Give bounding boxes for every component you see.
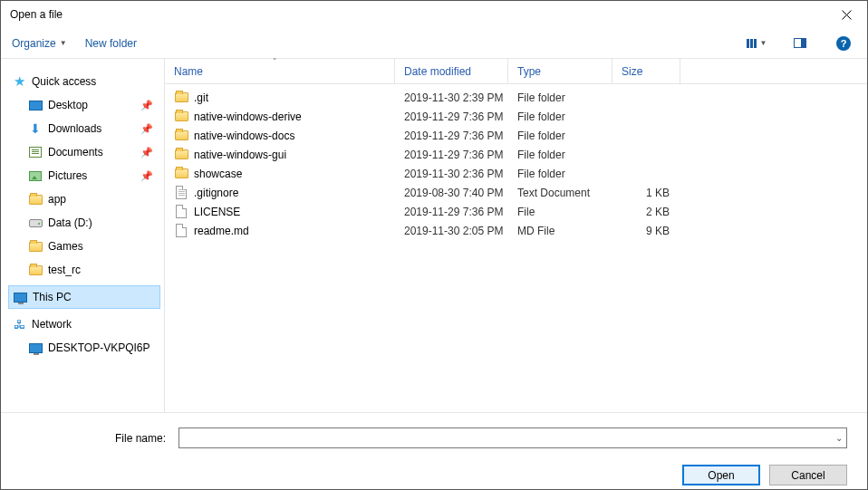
- sidebar-label: Quick access: [32, 75, 96, 88]
- preview-pane-icon: [794, 38, 806, 48]
- pictures-icon: [28, 168, 43, 183]
- file-type: File folder: [508, 130, 612, 142]
- sidebar-item-label: Games: [48, 240, 83, 253]
- folder-icon: [174, 129, 188, 143]
- column-headers: Name Date modified Type Size: [165, 59, 867, 84]
- window-title: Open a file: [10, 8, 826, 21]
- new-folder-label: New folder: [85, 37, 137, 50]
- sidebar-item[interactable]: Data (D:): [8, 211, 160, 235]
- file-row[interactable]: native-windows-gui 2019-11-29 7:36 PM Fi…: [165, 145, 867, 164]
- file-date: 2019-08-30 7:40 PM: [395, 187, 508, 199]
- file-name-cell: native-windows-gui: [165, 148, 395, 162]
- sidebar-item-label: DESKTOP-VKPQI6P: [48, 341, 149, 354]
- sidebar-this-pc[interactable]: This PC: [8, 285, 160, 309]
- folder-icon: [174, 91, 188, 105]
- file-type: File folder: [508, 91, 612, 104]
- file-type: File folder: [508, 168, 612, 180]
- file-name: .gitignore: [194, 187, 238, 199]
- pin-icon: 📌: [140, 147, 153, 159]
- new-folder-button[interactable]: New folder: [85, 37, 137, 50]
- sidebar-item-label: Desktop: [48, 99, 88, 111]
- file-name: native-windows-docs: [194, 130, 294, 142]
- open-button[interactable]: Open: [682, 465, 760, 485]
- sidebar-item[interactable]: Documents 📌: [8, 140, 160, 164]
- sidebar-item[interactable]: Games: [8, 235, 160, 258]
- file-row[interactable]: readme.md 2019-11-30 2:05 PM MD File 9 K…: [165, 221, 867, 240]
- folder-icon: [28, 263, 43, 277]
- file-size: 9 KB: [612, 225, 680, 237]
- navigation-sidebar: ★ Quick access Desktop 📌 ⬇ Downloads 📌 D…: [1, 59, 164, 412]
- help-icon: ?: [836, 36, 851, 51]
- sidebar-network[interactable]: 🖧 Network: [8, 312, 160, 336]
- sidebar-item-label: Downloads: [48, 122, 101, 135]
- file-name-cell: .git: [165, 91, 395, 105]
- file-type: File: [508, 206, 612, 218]
- column-size[interactable]: Size: [612, 59, 680, 83]
- column-name[interactable]: Name: [165, 59, 395, 83]
- file-date: 2019-11-29 7:36 PM: [395, 110, 508, 123]
- star-icon: ★: [12, 74, 26, 89]
- folder-icon: [28, 192, 43, 207]
- sidebar-item[interactable]: app: [8, 187, 160, 211]
- file-date: 2019-11-29 7:36 PM: [395, 130, 508, 142]
- organize-button[interactable]: Organize ▼: [12, 37, 67, 50]
- close-icon: [842, 10, 852, 20]
- sidebar-item-label: Documents: [48, 146, 103, 159]
- column-date[interactable]: Date modified: [395, 59, 508, 83]
- chevron-down-icon: ⌄: [835, 433, 843, 443]
- sidebar-item[interactable]: DESKTOP-VKPQI6P: [8, 336, 160, 360]
- title-bar: Open a file: [1, 1, 867, 28]
- sidebar-label: This PC: [33, 291, 72, 303]
- file-name-cell: readme.md: [165, 224, 395, 238]
- dialog-buttons: Open Cancel: [14, 465, 854, 485]
- folder-icon: [174, 167, 188, 181]
- sidebar-quick-access[interactable]: ★ Quick access: [8, 70, 160, 93]
- view-options-button[interactable]: ▼: [744, 33, 769, 54]
- file-name-cell: showcase: [165, 167, 395, 181]
- pin-icon: 📌: [140, 100, 153, 111]
- file-type: File folder: [508, 149, 612, 161]
- sidebar-item-label: test_rc: [48, 264, 81, 276]
- pc-icon: [13, 290, 27, 304]
- sidebar-item[interactable]: ⬇ Downloads 📌: [8, 117, 160, 140]
- sidebar-item[interactable]: Desktop 📌: [8, 93, 160, 117]
- filename-input[interactable]: ⌄: [178, 428, 847, 448]
- file-name-cell: native-windows-derive: [165, 110, 395, 124]
- file-row[interactable]: native-windows-docs 2019-11-29 7:36 PM F…: [165, 126, 867, 145]
- file-row[interactable]: showcase 2019-11-30 2:36 PM File folder: [165, 164, 867, 183]
- sidebar-label: Network: [32, 318, 72, 331]
- file-date: 2019-11-29 7:36 PM: [395, 206, 508, 218]
- file-list: Name Date modified Type Size ˄ .git 2019…: [164, 59, 867, 412]
- close-button[interactable]: [826, 1, 867, 28]
- preview-pane-button[interactable]: [787, 33, 813, 54]
- file-name: native-windows-gui: [194, 149, 286, 161]
- text-file-icon: [174, 186, 188, 200]
- file-date: 2019-11-29 7:36 PM: [395, 149, 508, 161]
- file-name: readme.md: [194, 225, 249, 237]
- cancel-button[interactable]: Cancel: [769, 465, 847, 485]
- column-type[interactable]: Type: [508, 59, 612, 83]
- file-name: showcase: [194, 168, 242, 180]
- file-row[interactable]: native-windows-derive 2019-11-29 7:36 PM…: [165, 107, 867, 126]
- file-date: 2019-11-30 2:05 PM: [395, 225, 508, 237]
- file-row[interactable]: .gitignore 2019-08-30 7:40 PM Text Docum…: [165, 183, 867, 202]
- sidebar-item[interactable]: Pictures 📌: [8, 164, 160, 187]
- main-area: ★ Quick access Desktop 📌 ⬇ Downloads 📌 D…: [1, 59, 867, 412]
- sidebar-item[interactable]: test_rc: [8, 258, 160, 282]
- help-button[interactable]: ?: [831, 33, 856, 54]
- file-type: File folder: [508, 110, 612, 123]
- folder-icon: [174, 110, 188, 124]
- file-size: 1 KB: [612, 187, 680, 199]
- filename-row: File name: ⌄: [14, 428, 854, 448]
- file-icon: [174, 205, 188, 219]
- file-date: 2019-11-30 2:39 PM: [395, 91, 508, 104]
- bottom-panel: File name: ⌄ Open Cancel: [1, 412, 867, 490]
- folder-icon: [28, 239, 43, 254]
- sidebar-item-label: Pictures: [48, 169, 87, 182]
- file-row[interactable]: .git 2019-11-30 2:39 PM File folder: [165, 88, 867, 107]
- chevron-down-icon: ▼: [760, 39, 767, 47]
- file-icon: [174, 224, 188, 238]
- file-type: Text Document: [508, 187, 612, 199]
- file-row[interactable]: LICENSE 2019-11-29 7:36 PM File 2 KB: [165, 202, 867, 221]
- sort-arrow-icon: ˄: [273, 57, 277, 66]
